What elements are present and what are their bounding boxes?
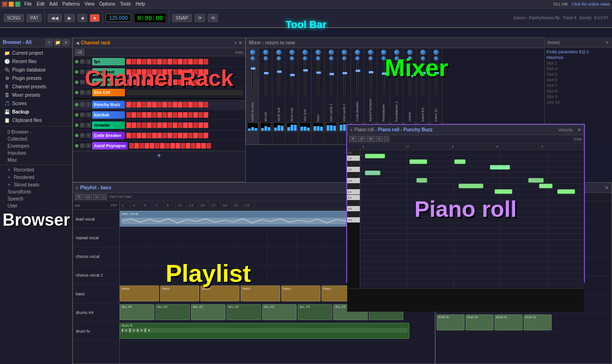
- mixer-knob-7[interactable]: [342, 50, 347, 55]
- pad[interactable]: [157, 112, 162, 118]
- pad[interactable]: [129, 143, 134, 149]
- pr-key-e4[interactable]: E4: [347, 195, 360, 200]
- pad[interactable]: [142, 79, 146, 85]
- playlist-track-drum-fx[interactable]: drum fx: [73, 322, 119, 341]
- pad[interactable]: [204, 69, 208, 75]
- pad[interactable]: [204, 59, 208, 64]
- mixer-fader-6[interactable]: [330, 62, 332, 95]
- browser-sub-item-user[interactable]: User: [0, 202, 72, 209]
- pr-erase-tool[interactable]: ✕: [367, 136, 375, 142]
- pad[interactable]: [204, 79, 208, 85]
- mixer-knob-2[interactable]: [276, 50, 282, 55]
- mixer-fader-4[interactable]: [304, 62, 306, 95]
- pr-key-b4[interactable]: [347, 161, 360, 167]
- pl-right-block-drumfx-2[interactable]: drum fx: [466, 314, 494, 330]
- menu-help[interactable]: Help: [136, 1, 146, 7]
- browser-sub-item-browser[interactable]: 0 Browser -: [0, 128, 72, 136]
- mixer-channel-2[interactable]: synth sub: [272, 48, 285, 144]
- mixer-right-close[interactable]: ✕: [605, 40, 609, 45]
- browser-sub-item-impulses[interactable]: Impulses: [0, 150, 72, 157]
- menu-file[interactable]: File: [24, 1, 32, 7]
- mixer-knob-5[interactable]: [315, 50, 321, 55]
- channel-led[interactable]: [75, 134, 79, 137]
- effect-slot-8[interactable]: Slot 8: [546, 89, 610, 93]
- mixer-knob-9[interactable]: [368, 50, 373, 55]
- pad[interactable]: [137, 79, 141, 85]
- status-news[interactable]: Click for online news: [571, 2, 610, 7]
- pad[interactable]: [186, 143, 190, 149]
- pad[interactable]: [196, 143, 201, 149]
- pad[interactable]: [183, 59, 188, 64]
- pad[interactable]: [131, 122, 136, 128]
- pad[interactable]: [183, 133, 188, 138]
- mixer-knob2-4[interactable]: [303, 56, 307, 61]
- playlist-track-repeat-vocal[interactable]: repeat vocal: [73, 228, 119, 247]
- browser-item-current-project[interactable]: 📁 Current project: [0, 49, 72, 57]
- pad[interactable]: [162, 79, 167, 85]
- pad[interactable]: [137, 102, 141, 107]
- pad[interactable]: [188, 102, 193, 107]
- pad[interactable]: [168, 133, 172, 138]
- effect-slot-1[interactable]: Slot 1: [546, 61, 610, 65]
- redo-button[interactable]: ⟲: [208, 14, 218, 22]
- pad[interactable]: [126, 69, 131, 75]
- maximize-button[interactable]: □: [15, 1, 21, 7]
- pad[interactable]: [204, 122, 208, 128]
- pad[interactable]: [137, 59, 141, 64]
- pad[interactable]: [168, 122, 172, 128]
- pl-block-bass-5[interactable]: bass: [281, 285, 321, 301]
- pad[interactable]: [188, 79, 193, 85]
- pad[interactable]: [204, 112, 208, 118]
- pad[interactable]: [201, 143, 206, 149]
- pad[interactable]: [137, 122, 141, 128]
- pad[interactable]: [206, 143, 211, 149]
- channel-solo[interactable]: S: [86, 80, 91, 85]
- pr-key-c5[interactable]: C5: [347, 156, 360, 161]
- pad[interactable]: [173, 102, 177, 107]
- menu-tools[interactable]: Tools: [120, 1, 131, 7]
- menu-view[interactable]: View: [84, 1, 95, 7]
- pad[interactable]: [193, 69, 198, 75]
- pad[interactable]: [147, 102, 152, 107]
- pl-right-block-drumfx-3[interactable]: drum fx: [495, 314, 523, 330]
- pad[interactable]: [131, 133, 136, 138]
- pad[interactable]: [168, 59, 172, 64]
- pad[interactable]: [145, 143, 149, 149]
- mixer-fader-7[interactable]: [343, 62, 345, 95]
- browser-item-scores[interactable]: 🎵 Scores: [0, 99, 72, 107]
- pad[interactable]: [198, 122, 203, 128]
- mixer-knob-1[interactable]: [263, 50, 269, 55]
- pl-draw-tool[interactable]: ✎: [75, 194, 83, 200]
- channel-led[interactable]: [75, 144, 79, 148]
- mixer-fader-12[interactable]: [409, 62, 411, 95]
- pad[interactable]: [152, 133, 157, 138]
- pad[interactable]: [157, 102, 162, 107]
- pr-key-eb4[interactable]: [347, 200, 360, 206]
- pad[interactable]: [198, 69, 203, 75]
- mixer-channel-4[interactable]: Vox Sub: [299, 48, 312, 144]
- pl-block-drums4-6[interactable]: dru..#3: [298, 304, 332, 320]
- pad[interactable]: [152, 112, 157, 118]
- pad[interactable]: [137, 69, 141, 75]
- channel-mute[interactable]: M: [80, 80, 85, 85]
- playlist-track-lead-vocal[interactable]: lead vocal: [73, 210, 119, 228]
- mixer-fader-14[interactable]: [435, 62, 437, 95]
- channel-led[interactable]: [75, 91, 79, 94]
- browser-sub-item-envelopes[interactable]: Envelopes: [0, 143, 72, 150]
- playlist-menu[interactable]: ≡: [76, 186, 78, 190]
- pad[interactable]: [152, 69, 157, 75]
- browser-item-mixer-presets[interactable]: 🎛 Mixer presets: [0, 91, 72, 99]
- pl-zoom-out[interactable]: -: [101, 194, 107, 200]
- pad[interactable]: [183, 122, 188, 128]
- pr-key-g4[interactable]: G4: [347, 178, 360, 184]
- mixer-knob2-12[interactable]: [408, 56, 412, 61]
- channel-led[interactable]: [75, 113, 79, 117]
- pad[interactable]: [178, 79, 182, 85]
- pad[interactable]: [173, 59, 177, 64]
- mixer-knob2-7[interactable]: [342, 56, 347, 61]
- pr-key-d5[interactable]: D5: [347, 150, 360, 156]
- browser-folder-icon[interactable]: 📁: [54, 39, 61, 46]
- mixer-fader-9[interactable]: [370, 62, 372, 95]
- pad[interactable]: [188, 112, 193, 118]
- pad[interactable]: [183, 102, 188, 107]
